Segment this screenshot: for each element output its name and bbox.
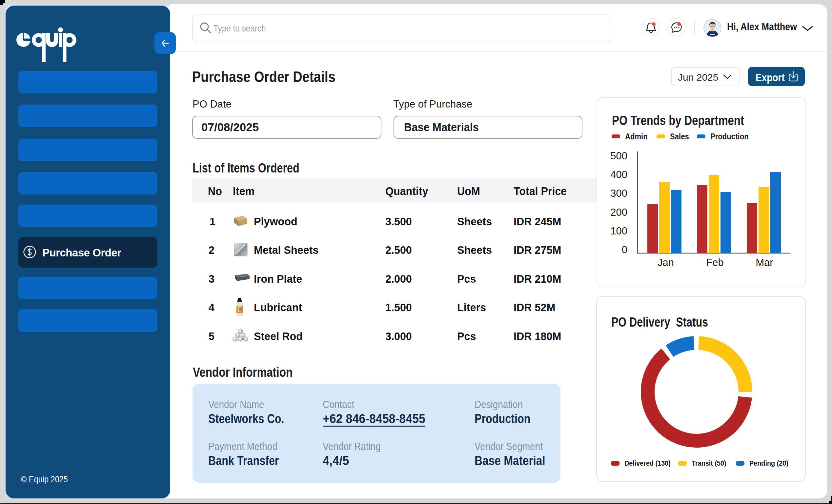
svg-text:0: 0	[622, 244, 627, 256]
svg-text:500: 500	[610, 150, 627, 162]
svg-text:400: 400	[610, 169, 627, 180]
svg-text:100: 100	[610, 225, 627, 237]
svg-text:Mar: Mar	[756, 257, 773, 268]
svg-text:Jan: Jan	[657, 257, 674, 268]
svg-text:200: 200	[610, 207, 627, 218]
svg-text:300: 300	[610, 188, 627, 199]
svg-text:Feb: Feb	[706, 257, 724, 268]
